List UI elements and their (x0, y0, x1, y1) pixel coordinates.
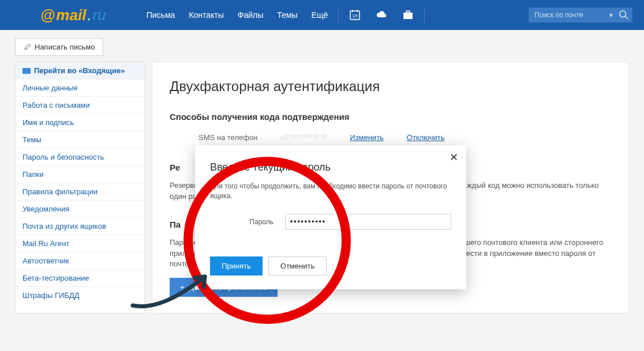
accept-button[interactable]: Принять (210, 256, 263, 275)
password-field-row: Пароль (210, 214, 451, 230)
modal-body: Для того чтобы продолжить, вам необходим… (210, 182, 451, 201)
password-label: Пароль (210, 218, 274, 226)
modal-buttons: Принять Отменить (210, 256, 451, 275)
close-icon[interactable]: ✕ (450, 151, 458, 164)
cancel-button[interactable]: Отменить (268, 256, 327, 275)
password-modal: ✕ Введите текущий пароль Для того чтобы … (195, 145, 466, 289)
password-input[interactable] (285, 214, 451, 230)
modal-title: Введите текущий пароль (210, 161, 451, 173)
